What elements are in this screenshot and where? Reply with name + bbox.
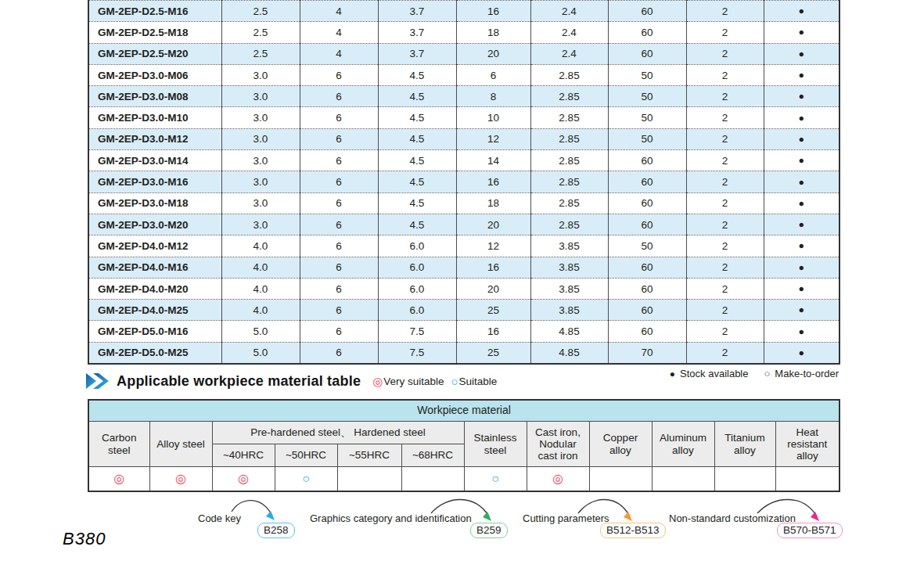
very-rating-mark: ◎ [212,467,275,492]
value-cell: 2.5 [221,43,300,64]
col-heat-resistant-alloy: Heat resistant alloy [775,422,840,467]
very-rating-mark: ◎ [527,467,589,492]
model-cell: GM-2EP-D4.0-M25 [88,300,221,321]
value-cell: 16 [456,257,530,278]
suitable-rating-mark: ○ [464,467,527,492]
value-cell: 6 [300,321,378,342]
col-titanium-alloy: Titanium alloy [714,422,775,467]
value-cell: 16 [456,321,530,342]
stock-dot: ● [764,257,840,278]
value-cell: 6 [300,257,378,278]
value-cell: 3.85 [530,300,608,321]
value-cell: 3.0 [221,107,300,128]
col-group-hardened-steel: Pre-hardened steel、 Hardened steel [212,422,464,444]
value-cell: 2 [686,321,764,342]
col-stainless-steel: Stainless steel [464,422,527,467]
value-cell: 2.4 [530,1,608,22]
spec-row: GM-2EP-D3.0-M103.064.5102.85502● [88,107,840,128]
spec-row: GM-2EP-D3.0-M083.064.582.85502● [88,86,840,107]
stock-dot: ● [764,86,840,107]
spec-row: GM-2EP-D3.0-M143.064.5142.85602● [88,150,840,171]
value-cell: 2.5 [221,22,300,43]
empty-rating-cell [714,467,775,492]
value-cell: 16 [456,1,530,22]
value-cell: 6 [300,342,378,363]
stock-dot: ● [764,107,840,128]
page-ref-badge-b570: B570-B571 [777,523,843,538]
value-cell: 50 [608,107,686,128]
page-ref-badge-b259: B259 [470,523,508,538]
col-alloy-steel: Alloy steel [149,422,212,467]
value-cell: 20 [456,214,530,235]
model-cell: GM-2EP-D3.0-M06 [88,64,221,85]
value-cell: 4.5 [378,192,456,214]
workpiece-table-title: Workpiece material [88,400,840,422]
value-cell: 4.5 [378,64,456,85]
value-cell: 60 [608,171,686,192]
spec-row: GM-2EP-D2.5-M202.543.7202.4602● [88,43,840,64]
spec-table-body: GM-2EP-D2.5-M162.543.7162.4602●GM-2EP-D2… [88,1,840,364]
stock-available-item: ● Stock available [670,368,749,379]
value-cell: 16 [456,171,530,192]
curved-arrow-icon [426,493,498,526]
stock-dot: ● [764,214,840,235]
empty-rating-cell [775,467,840,492]
value-cell: 7.5 [378,321,456,342]
value-cell: 2 [686,214,764,235]
value-cell: 18 [456,192,530,214]
spec-row: GM-2EP-D3.0-M203.064.5202.85602● [88,214,840,235]
value-cell: 20 [456,278,530,299]
col-aluminum-alloy: Aluminum alloy [652,422,714,467]
value-cell: 3.0 [221,64,300,85]
value-cell: 6 [300,150,378,171]
page-ref-badge-b512: B512-B513 [600,523,666,538]
suitable-label: Suitable [459,376,498,387]
stock-dot: ● [764,192,840,214]
value-cell: 60 [608,22,686,43]
value-cell: 2 [686,278,764,299]
value-cell: 50 [608,64,686,85]
value-cell: 4.5 [378,150,456,171]
stock-dot: ● [764,22,840,43]
model-cell: GM-2EP-D2.5-M16 [88,1,221,22]
value-cell: 60 [608,150,686,171]
col-40hrc: ~40HRC [212,444,275,467]
value-cell: 12 [456,235,530,257]
model-cell: GM-2EP-D5.0-M25 [88,342,221,363]
value-cell: 20 [456,43,530,64]
value-cell: 6 [300,214,378,235]
model-cell: GM-2EP-D3.0-M18 [88,192,221,214]
value-cell: 60 [608,214,686,235]
spec-row: GM-2EP-D4.0-M254.066.0253.85602● [88,300,840,321]
value-cell: 2 [686,1,764,22]
value-cell: 2.85 [530,128,608,149]
value-cell: 4 [300,22,378,43]
value-cell: 60 [608,278,686,299]
stock-legend: ● Stock available ○ Make-to-order [670,368,839,379]
value-cell: 2.4 [530,43,608,64]
value-cell: 12 [456,128,530,149]
value-cell: 25 [456,342,530,363]
spec-row: GM-2EP-D2.5-M182.543.7182.4602● [88,22,840,43]
value-cell: 4.5 [378,171,456,192]
value-cell: 60 [608,257,686,278]
spec-row: GM-2EP-D4.0-M164.066.0163.85602● [88,257,840,278]
stock-dot: ● [764,300,840,321]
value-cell: 50 [608,235,686,257]
value-cell: 6 [300,64,378,85]
very-rating-mark: ◎ [88,467,149,492]
value-cell: 5.0 [221,342,300,363]
model-cell: GM-2EP-D2.5-M20 [88,43,221,64]
value-cell: 60 [608,1,686,22]
value-cell: 3.7 [378,43,456,64]
make-to-order-label: Make-to-order [775,368,839,379]
page-ref-badge-b258: B258 [257,523,295,538]
model-cell: GM-2EP-D3.0-M16 [88,171,221,192]
value-cell: 18 [456,22,530,43]
curved-arrow-icon [753,493,826,526]
value-cell: 3.0 [221,150,300,171]
value-cell: 5.0 [221,321,300,342]
model-cell: GM-2EP-D2.5-M18 [88,22,221,43]
value-cell: 6 [300,278,378,299]
value-cell: 6.0 [378,235,456,257]
